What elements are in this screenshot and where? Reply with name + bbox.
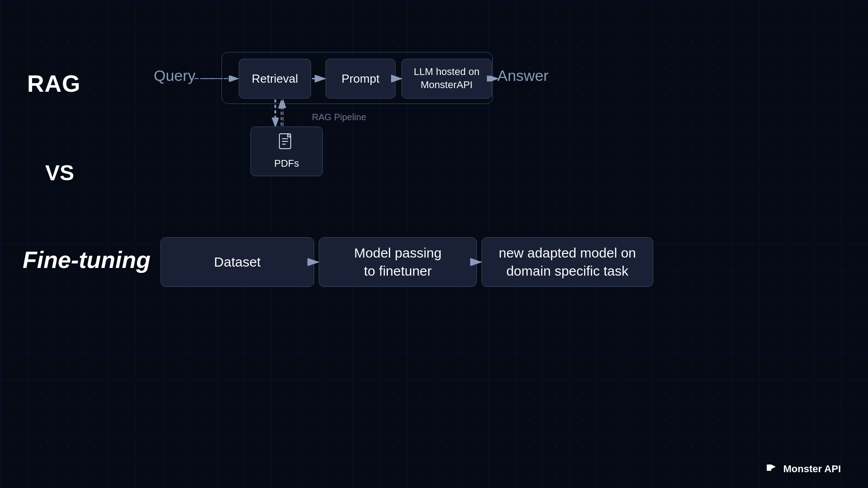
main-content: RAG VS Fine-tuning Query Answer RAG Pipe… xyxy=(0,0,868,488)
model-passing-label: Model passingto finetuner xyxy=(354,244,441,281)
query-text: Query xyxy=(154,67,196,84)
pdf-icon xyxy=(278,133,295,155)
rag-label: RAG xyxy=(27,70,81,97)
pdfs-label: PDFs xyxy=(274,158,299,169)
adapted-model-node: new adapted model ondomain specific task xyxy=(481,237,653,287)
svg-marker-26 xyxy=(771,465,776,469)
monster-api-text: Monster API xyxy=(783,463,841,475)
adapted-model-label: new adapted model ondomain specific task xyxy=(499,244,636,281)
vs-label: VS xyxy=(45,160,74,185)
finetuning-label: Fine-tuning xyxy=(23,246,151,273)
answer-text: Answer xyxy=(497,67,548,84)
monster-api-logo: Monster API xyxy=(766,463,841,475)
svg-rect-25 xyxy=(767,465,771,471)
model-passing-node: Model passingto finetuner xyxy=(319,237,477,287)
llm-node: LLM hosted on MonsterAPI xyxy=(401,59,492,99)
dataset-node: Dataset xyxy=(160,237,314,287)
prompt-node: Prompt xyxy=(326,59,396,99)
pdfs-node: PDFs xyxy=(250,127,323,176)
retrieval-node: Retrieval xyxy=(239,59,311,99)
monster-icon xyxy=(766,463,778,475)
rag-pipeline-label: RAG Pipeline xyxy=(312,112,366,122)
